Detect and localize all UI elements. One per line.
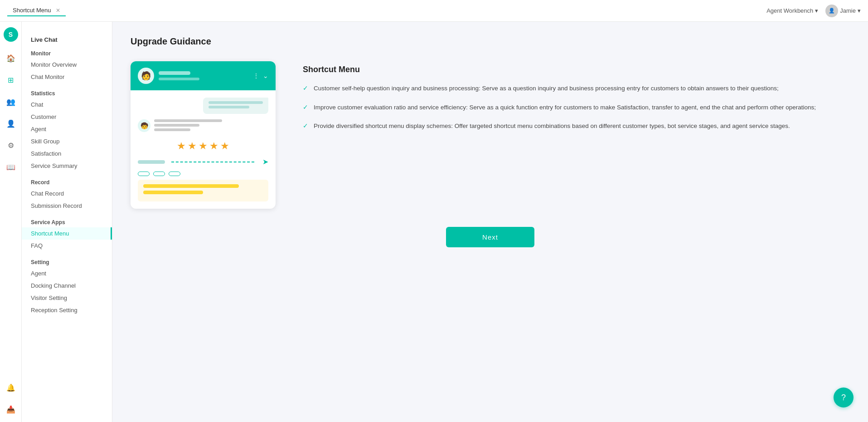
nav-reception-setting[interactable]: Reception Setting (22, 304, 112, 316)
shortcut-menu-tab[interactable]: Shortcut Menu ✕ (7, 5, 66, 16)
info-panel-title: Shortcut Menu (303, 65, 850, 74)
nav-agent[interactable]: Agent (22, 123, 112, 135)
topbar: Shortcut Menu ✕ Agent Workbench ▾ 👤 Jami… (0, 0, 868, 22)
preview-line-1 (209, 101, 263, 104)
nav-agent-setting[interactable]: Agent (22, 267, 112, 280)
preview-btns (138, 172, 268, 176)
workspace-dropdown[interactable]: Agent Workbench ▾ (766, 7, 818, 14)
feature-text-3: Provide diversified shortcut menu displa… (314, 121, 790, 131)
nav-skill-group[interactable]: Skill Group (22, 135, 112, 147)
star-3: ★ (199, 140, 208, 152)
nav-chat-monitor[interactable]: Chat Monitor (22, 71, 112, 83)
feature-text-1: Customer self-help question inquiry and … (314, 83, 779, 93)
star-5: ★ (220, 140, 229, 152)
user-chevron-icon: ▾ (858, 7, 861, 14)
star-4: ★ (209, 140, 218, 152)
tab-label: Shortcut Menu (13, 7, 51, 14)
preview-highlight-line-2 (143, 191, 203, 194)
bell-icon-btn[interactable]: 🔔 (4, 380, 18, 395)
preview-msg-right (138, 98, 268, 114)
preview-msg-left: 🧒 (138, 119, 268, 133)
inbox-icon-btn[interactable]: 📥 (4, 402, 18, 417)
check-icon-3: ✓ (303, 122, 308, 129)
nav-chat[interactable]: Chat (22, 98, 112, 111)
preview-header-line1 (159, 71, 190, 75)
statistics-section-title: Statistics (22, 87, 112, 98)
feature-text-2: Improve customer evaluation ratio and se… (314, 103, 816, 113)
workspace-chevron-icon: ▾ (815, 7, 818, 14)
check-icon-2: ✓ (303, 103, 308, 111)
preview-header-info (159, 71, 248, 80)
user-avatar: 👤 (825, 5, 838, 17)
preview-stars: ★ ★ ★ ★ ★ (138, 140, 268, 152)
settings-icon-btn[interactable]: ⚙ (4, 138, 18, 152)
nav-sidebar: Live Chat Monitor Monitor Overview Chat … (22, 22, 112, 422)
icon-sidebar: S 🏠 ⊞ 👥 👤 ⚙ 📖 🔔 📥 (0, 22, 22, 422)
preview-header-icons: ⋮ ⌄ (253, 72, 268, 79)
preview-avatar: 🧑 (138, 68, 154, 84)
person-icon-btn[interactable]: 👤 (4, 116, 18, 131)
feature-item-2: ✓ Improve customer evaluation ratio and … (303, 103, 850, 113)
next-button[interactable]: Next (446, 227, 534, 247)
monitor-section-title: Monitor (22, 47, 112, 59)
content-grid: 🧑 ⋮ ⌄ (131, 61, 850, 209)
preview-arrow-icon: ➤ (262, 157, 268, 166)
team-icon-btn[interactable]: 👥 (4, 94, 18, 109)
nav-satisfaction[interactable]: Satisfaction (22, 147, 112, 160)
preview-left-line-2 (154, 124, 199, 127)
live-chat-section-title: Live Chat (22, 33, 112, 45)
nav-submission-record[interactable]: Submission Record (22, 200, 112, 212)
nav-monitor-overview[interactable]: Monitor Overview (22, 59, 112, 71)
check-icon-1: ✓ (303, 84, 308, 92)
chevron-down-icon: ⌄ (263, 72, 268, 79)
nav-service-summary[interactable]: Service Summary (22, 160, 112, 172)
preview-body: 🧒 ★ ★ ★ ★ ★ (131, 90, 276, 209)
main-layout: S 🏠 ⊞ 👥 👤 ⚙ 📖 🔔 📥 Live Chat Monitor Moni… (0, 22, 868, 422)
chat-icon-btn[interactable]: ⊞ (4, 73, 18, 87)
star-2: ★ (188, 140, 197, 152)
nav-faq[interactable]: FAQ (22, 240, 112, 252)
more-icon: ⋮ (253, 72, 259, 79)
preview-left-line-1 (154, 119, 222, 122)
service-apps-section-title: Service Apps (22, 216, 112, 227)
book-icon-btn[interactable]: 📖 (4, 160, 18, 174)
preview-btn-2 (153, 172, 165, 176)
preview-tag (138, 160, 165, 164)
nav-visitor-setting[interactable]: Visitor Setting (22, 292, 112, 304)
nav-shortcut-menu[interactable]: Shortcut Menu (22, 227, 112, 240)
user-name: Jamie (840, 7, 856, 14)
preview-msg-content (154, 119, 268, 133)
topbar-left: Shortcut Menu ✕ (7, 5, 66, 16)
preview-card: 🧑 ⋮ ⌄ (131, 61, 276, 209)
content-area: Upgrade Guidance 🧑 ⋮ ⌄ (112, 22, 868, 422)
preview-highlight-line-1 (143, 184, 239, 188)
help-icon: ? (841, 393, 846, 402)
star-1: ★ (177, 140, 186, 152)
nav-docking-channel[interactable]: Docking Channel (22, 280, 112, 292)
feature-item-3: ✓ Provide diversified shortcut menu disp… (303, 121, 850, 131)
feature-item-1: ✓ Customer self-help question inquiry an… (303, 83, 850, 93)
preview-msg-bubble-right (203, 98, 268, 114)
help-button[interactable]: ? (834, 388, 853, 407)
preview-btn-1 (138, 172, 150, 176)
app-logo: S (4, 27, 18, 42)
topbar-right: Agent Workbench ▾ 👤 Jamie ▾ (766, 5, 861, 17)
preview-highlight-box (138, 180, 268, 201)
record-section-title: Record (22, 176, 112, 187)
preview-left-line-3 (154, 128, 190, 131)
preview-avatar-sm: 🧒 (138, 119, 150, 132)
user-dropdown[interactable]: 👤 Jamie ▾ (825, 5, 861, 17)
page-title: Upgrade Guidance (131, 36, 850, 47)
preview-header: 🧑 ⋮ ⌄ (131, 61, 276, 90)
nav-chat-record[interactable]: Chat Record (22, 187, 112, 200)
next-btn-area: Next (131, 227, 850, 247)
nav-customer[interactable]: Customer (22, 111, 112, 123)
setting-section-title: Setting (22, 255, 112, 267)
preview-arrow-area: ➤ (138, 157, 268, 166)
home-icon-btn[interactable]: 🏠 (4, 51, 18, 65)
preview-header-line2 (159, 78, 199, 80)
preview-line-2 (209, 106, 249, 108)
tab-close-icon[interactable]: ✕ (56, 7, 60, 14)
preview-btn-3 (169, 172, 180, 176)
info-panel: Shortcut Menu ✓ Customer self-help quest… (303, 61, 850, 140)
